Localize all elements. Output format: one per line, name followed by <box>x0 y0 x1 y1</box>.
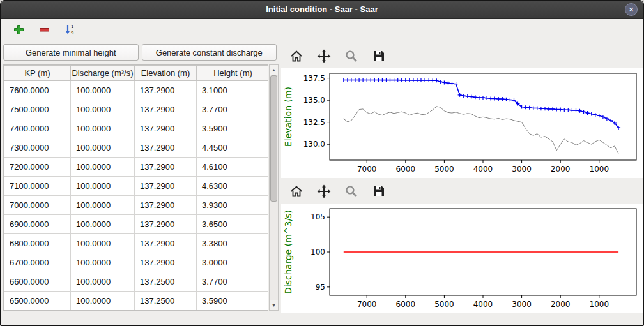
table-row[interactable]: 6600.0000100.0000137.25003.7700 <box>4 272 269 292</box>
discharge-chart[interactable]: 700060005000400030002000100010510095Disc… <box>281 204 643 313</box>
save-button[interactable] <box>371 48 387 64</box>
table-row[interactable]: 6800.0000100.0000137.29003.3800 <box>4 234 269 253</box>
table-cell[interactable]: 3.1000 <box>197 81 269 100</box>
generate-minimal-height-button[interactable]: Generate minimal height <box>3 44 139 61</box>
table-row[interactable]: 7200.0000100.0000137.29004.6100 <box>4 158 269 177</box>
table-cell[interactable]: 137.2900 <box>135 215 197 234</box>
column-header[interactable]: Height (m) <box>197 66 269 81</box>
table-cell[interactable]: 100.0000 <box>71 100 135 119</box>
add-row-button[interactable] <box>11 22 26 37</box>
remove-row-button[interactable] <box>36 22 52 37</box>
table-cell[interactable]: 7400.0000 <box>4 119 71 138</box>
table-cell[interactable]: 100.0000 <box>71 253 135 272</box>
table-cell[interactable]: 4.4500 <box>197 138 269 158</box>
scrollbar-thumb[interactable] <box>270 75 277 202</box>
table-row[interactable]: 6500.0000100.0000137.25003.5900 <box>4 292 269 311</box>
sort-rows-button[interactable]: 1 9 <box>62 22 77 37</box>
table-row[interactable]: 7300.0000100.0000137.29004.4500 <box>4 138 269 158</box>
table-cell[interactable]: 7100.0000 <box>4 177 71 196</box>
table-cell[interactable]: 6600.0000 <box>4 272 71 292</box>
table-cell[interactable]: 3.6500 <box>197 215 269 234</box>
table-cell[interactable]: 7500.0000 <box>4 100 71 119</box>
generate-constant-discharge-button[interactable]: Generate constant discharge <box>142 44 277 61</box>
table-cell[interactable]: 6700.0000 <box>4 253 71 272</box>
table-cell[interactable]: 6500.0000 <box>4 292 71 311</box>
table-cell[interactable]: 6900.0000 <box>4 215 71 234</box>
table-cell[interactable]: 3.7700 <box>197 100 269 119</box>
scrollbar-track[interactable] <box>270 75 278 300</box>
scrollbar-down-icon[interactable]: ▼ <box>270 300 278 310</box>
table-cell[interactable]: 137.2500 <box>135 292 197 311</box>
table-cell[interactable]: 137.2900 <box>135 158 197 177</box>
minus-icon <box>39 24 50 35</box>
titlebar[interactable]: Initial condition - Saar - Saar ✕ <box>1 1 643 19</box>
table-cell[interactable]: 137.2900 <box>135 253 197 272</box>
table-cell[interactable]: 100.0000 <box>71 272 135 292</box>
window-title: Initial condition - Saar - Saar <box>266 4 378 14</box>
table-cell[interactable]: 137.2900 <box>135 196 197 215</box>
table-cell[interactable]: 100.0000 <box>71 177 135 196</box>
initial-condition-table-wrap: KP (m)Discharge (m³/s)Elevation (m)Heigh… <box>3 64 268 311</box>
scrollbar-up-icon[interactable]: ▲ <box>270 65 278 75</box>
table-cell[interactable]: 100.0000 <box>71 81 135 100</box>
column-header[interactable]: Elevation (m) <box>135 66 197 81</box>
home-button[interactable] <box>289 184 304 199</box>
table-cell[interactable]: 100.0000 <box>71 119 135 138</box>
table-cell[interactable]: 4.6100 <box>197 158 269 177</box>
save-button[interactable] <box>371 184 387 199</box>
table-vertical-scrollbar[interactable]: ▲ ▼ <box>269 64 279 311</box>
table-row[interactable]: 7500.0000100.0000137.29003.7700 <box>4 100 269 119</box>
plus-icon <box>13 24 24 35</box>
elevation-plot-toolbar <box>284 45 387 67</box>
svg-text:Elevation (m): Elevation (m) <box>283 87 293 147</box>
table-cell[interactable]: 3.5900 <box>197 292 269 311</box>
table-cell[interactable]: 137.2900 <box>135 119 197 138</box>
table-cell[interactable]: 7600.0000 <box>4 81 71 100</box>
table-row[interactable]: 7600.0000100.0000137.29003.1000 <box>4 81 269 100</box>
table-cell[interactable]: 3.9300 <box>197 196 269 215</box>
table-cell[interactable]: 100.0000 <box>71 215 135 234</box>
pan-button[interactable] <box>316 184 332 199</box>
table-cell[interactable]: 7300.0000 <box>4 138 71 158</box>
ic-table: KP (m)Discharge (m³/s)Elevation (m)Heigh… <box>4 65 268 311</box>
pan-icon <box>317 49 331 63</box>
table-cell[interactable]: 100.0000 <box>71 292 135 311</box>
table-cell[interactable]: 100.0000 <box>71 196 135 215</box>
pan-button[interactable] <box>316 48 332 64</box>
table-cell[interactable]: 7200.0000 <box>4 158 71 177</box>
table-cell[interactable]: 137.2900 <box>135 138 197 158</box>
generate-buttons-row: Generate minimal height Generate constan… <box>3 44 277 61</box>
zoom-button[interactable] <box>344 184 359 199</box>
table-cell[interactable]: 3.3800 <box>197 234 269 253</box>
zoom-button[interactable] <box>344 48 359 64</box>
table-cell[interactable]: 137.2500 <box>135 272 197 292</box>
column-header[interactable]: Discharge (m³/s) <box>71 66 135 81</box>
table-row[interactable]: 7100.0000100.0000137.29004.6300 <box>4 177 269 196</box>
table-row[interactable]: 6700.0000100.0000137.29003.0000 <box>4 253 269 272</box>
table-cell[interactable]: 100.0000 <box>71 234 135 253</box>
table-cell[interactable]: 137.2900 <box>135 100 197 119</box>
table-cell[interactable]: 137.2900 <box>135 177 197 196</box>
table-cell[interactable]: 100.0000 <box>71 158 135 177</box>
table-row[interactable]: 7400.0000100.0000137.29003.5900 <box>4 119 269 138</box>
table-row[interactable]: 6900.0000100.0000137.29003.6500 <box>4 215 269 234</box>
home-button[interactable] <box>289 48 304 64</box>
table-cell[interactable]: 100.0000 <box>71 138 135 158</box>
table-cell[interactable]: 3.5900 <box>197 119 269 138</box>
table-row[interactable]: 7000.0000100.0000137.29003.9300 <box>4 196 269 215</box>
table-cell[interactable]: 137.2900 <box>135 234 197 253</box>
discharge-plot-toolbar <box>284 181 387 202</box>
pan-icon <box>317 184 331 198</box>
table-cell[interactable]: 7000.0000 <box>4 196 71 215</box>
table-cell[interactable]: 3.0000 <box>197 253 269 272</box>
column-header[interactable]: KP (m) <box>4 66 71 81</box>
initial-condition-window: Initial condition - Saar - Saar ✕ 1 9 <box>0 0 644 326</box>
table-cell[interactable]: 137.2900 <box>135 81 197 100</box>
table-cell[interactable]: 4.6300 <box>197 177 269 196</box>
home-icon <box>289 49 303 63</box>
table-cell[interactable]: 3.7700 <box>197 272 269 292</box>
close-button[interactable]: ✕ <box>625 3 638 16</box>
ic-table-body: 7600.0000100.0000137.29003.10007500.0000… <box>4 81 269 311</box>
elevation-chart[interactable]: 7000600050004000300020001000137.5135.013… <box>281 68 643 178</box>
table-cell[interactable]: 6800.0000 <box>4 234 71 253</box>
